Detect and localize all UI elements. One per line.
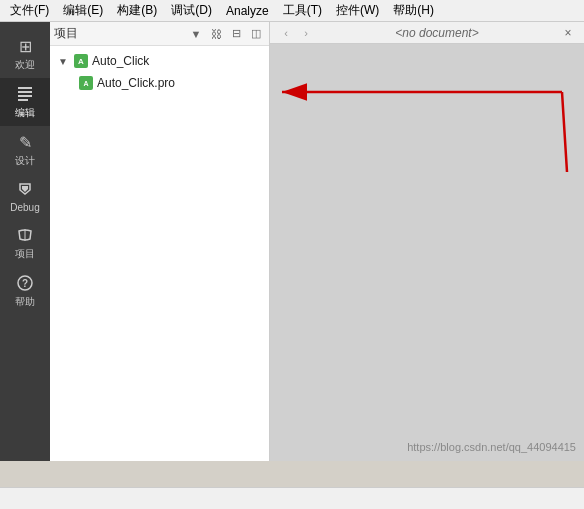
menu-analyze[interactable]: Analyze [220,2,275,20]
sidebar-item-edit[interactable]: 编辑 [0,78,50,126]
sidebar-label-edit: 编辑 [15,106,35,120]
help-icon: ? [15,273,35,293]
edit-icon [15,84,35,104]
tree-root-label: Auto_Click [92,54,149,68]
tree-file-item[interactable]: A Auto_Click.pro [50,72,269,94]
menu-bar: 文件(F) 编辑(E) 构建(B) 调试(D) Analyze 工具(T) 控件… [0,0,584,22]
menu-debug[interactable]: 调试(D) [165,0,218,21]
svg-marker-5 [22,186,28,192]
design-icon: ✎ [15,132,35,152]
sidebar-item-design[interactable]: ✎ 设计 [0,126,50,174]
svg-rect-1 [18,91,32,93]
sidebar-item-welcome[interactable]: ⊞ 欢迎 [0,30,50,78]
nav-next-btn[interactable]: › [298,25,314,41]
sidebar-label-debug: Debug [10,202,39,213]
welcome-icon: ⊞ [15,36,35,56]
project-tree: ▼ A Auto_Click A Auto_Click.pro [50,46,269,461]
content-area: ‹ › <no document> × https://blog.csdn.ne… [270,22,584,461]
svg-text:?: ? [22,278,28,289]
menu-controls[interactable]: 控件(W) [330,0,385,21]
sidebar-label-help: 帮助 [15,295,35,309]
project-icon [15,225,35,245]
arrow-annotation [270,52,584,202]
panel-split-btn[interactable]: ⊟ [227,25,245,43]
main-layout: ⊞ 欢迎 编辑 ✎ 设计 [0,22,584,461]
svg-rect-0 [18,87,32,89]
sidebar-item-debug[interactable]: Debug [0,174,50,219]
menu-file[interactable]: 文件(F) [4,0,55,21]
svg-line-11 [562,92,567,172]
doc-header: ‹ › <no document> × [270,22,584,44]
watermark: https://blog.csdn.net/qq_44094415 [407,441,576,453]
sidebar-label-project: 项目 [15,247,35,261]
svg-rect-3 [18,99,28,101]
menu-build[interactable]: 构建(B) [111,0,163,21]
nav-prev-btn[interactable]: ‹ [278,25,294,41]
panel-title: 项目 [54,25,185,42]
panel-expand-btn[interactable]: ◫ [247,25,265,43]
tree-chevron-icon: ▼ [58,56,70,67]
svg-rect-2 [18,95,32,97]
panel-link-btn[interactable]: ⛓ [207,25,225,43]
menu-tools[interactable]: 工具(T) [277,0,328,21]
menu-edit[interactable]: 编辑(E) [57,0,109,21]
tree-root-icon: A [73,53,89,69]
project-panel: 项目 ▼ ⛓ ⊟ ◫ ▼ A Auto_Click A Auto_Click.p… [50,22,270,461]
sidebar-label-design: 设计 [15,154,35,168]
doc-close-btn[interactable]: × [560,25,576,41]
sidebar-item-help[interactable]: ? 帮助 [0,267,50,315]
tree-root-item[interactable]: ▼ A Auto_Click [50,50,269,72]
sidebar-item-project[interactable]: 项目 [0,219,50,267]
doc-title: <no document> [318,26,556,40]
debug-icon [15,180,35,200]
sidebar-label-welcome: 欢迎 [15,58,35,72]
panel-filter-btn[interactable]: ▼ [187,25,205,43]
status-bar [0,487,584,509]
tree-file-label: Auto_Click.pro [97,76,175,90]
sidebar: ⊞ 欢迎 编辑 ✎ 设计 [0,22,50,461]
panel-toolbar: 项目 ▼ ⛓ ⊟ ◫ [50,22,269,46]
tree-file-icon: A [78,75,94,91]
menu-help[interactable]: 帮助(H) [387,0,440,21]
